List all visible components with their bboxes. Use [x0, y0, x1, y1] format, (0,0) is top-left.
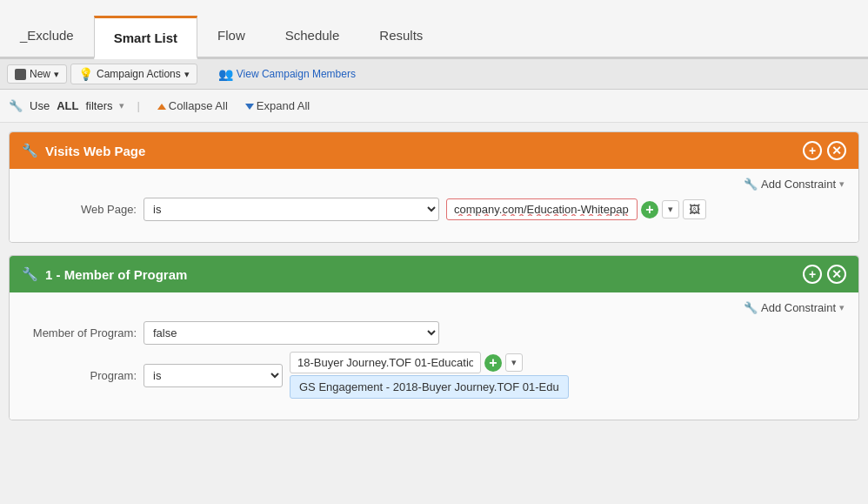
- add-constraint-icon-member: 🔧: [744, 301, 758, 314]
- campaign-actions-button[interactable]: 💡 Campaign Actions ▾: [70, 64, 197, 84]
- program-row: Program: is + ▾ GS Engagement - 2018-Buy…: [23, 352, 845, 399]
- campaign-actions-dropdown: ▾: [184, 69, 190, 80]
- add-constraint-label-visits: Add Constraint: [761, 178, 836, 191]
- section-title-member: 1 - Member of Program: [45, 267, 187, 282]
- filter-wrench-icon: 🔧: [9, 99, 23, 112]
- section-member-of-program: 🔧 1 - Member of Program + ✕ 🔧 Add Constr…: [9, 255, 859, 420]
- section-visits-web-page: 🔧 Visits Web Page + ✕ 🔧 Add Constraint ▾…: [9, 131, 859, 243]
- web-page-value-dropdown[interactable]: ▾: [662, 200, 679, 218]
- section-close-button-visits[interactable]: ✕: [827, 141, 846, 160]
- bulb-icon: 💡: [78, 67, 93, 81]
- section-header-visits: 🔧 Visits Web Page + ✕: [10, 132, 858, 169]
- program-value-dropdown[interactable]: ▾: [505, 353, 523, 372]
- tab-schedule[interactable]: Schedule: [265, 13, 360, 57]
- filter-dropdown-arrow[interactable]: ▾: [119, 100, 124, 111]
- filter-separator: |: [137, 99, 139, 112]
- section-body-visits: 🔧 Add Constraint ▾ Web Page: is + ▾ 🖼: [10, 169, 858, 242]
- expand-all-label: Expand All: [257, 99, 310, 112]
- program-operator-select[interactable]: is: [144, 364, 283, 387]
- web-page-row: Web Page: is + ▾ 🖼: [23, 198, 845, 221]
- add-constraint-member[interactable]: 🔧 Add Constraint ▾: [23, 301, 845, 314]
- web-page-value-input[interactable]: [446, 198, 638, 220]
- visits-web-page-icon: 🔧: [22, 143, 38, 158]
- section-title-area-member: 🔧 1 - Member of Program: [22, 266, 187, 282]
- new-icon: [15, 69, 26, 80]
- tab-flow[interactable]: Flow: [197, 13, 265, 57]
- section-add-button-visits[interactable]: +: [803, 141, 822, 160]
- new-button[interactable]: New ▾: [7, 64, 67, 84]
- web-page-value-field: + ▾ 🖼: [446, 198, 706, 220]
- filter-use-label: Use: [30, 99, 50, 112]
- tab-results[interactable]: Results: [359, 13, 443, 57]
- program-value-field: + ▾: [290, 352, 569, 373]
- section-title-visits: Visits Web Page: [45, 144, 145, 158]
- campaign-actions-label: Campaign Actions: [97, 68, 181, 80]
- collapse-all-label: Collapse All: [169, 99, 228, 112]
- view-campaign-members-link[interactable]: 👥 View Campaign Members: [211, 64, 363, 84]
- web-page-image-button[interactable]: 🖼: [683, 199, 706, 219]
- program-value-input[interactable]: [290, 352, 481, 373]
- member-of-program-icon: 🔧: [22, 266, 38, 282]
- filter-filters-label: filters: [85, 99, 112, 112]
- web-page-add-value-button[interactable]: +: [641, 201, 658, 218]
- section-body-member: 🔧 Add Constraint ▾ Member of Program: fa…: [10, 292, 858, 420]
- program-suggestion[interactable]: GS Engagement - 2018-Buyer Journey.TOF 0…: [290, 375, 569, 399]
- add-constraint-arrow-visits: ▾: [839, 178, 845, 190]
- program-label: Program:: [23, 369, 137, 382]
- member-of-program-operator-select[interactable]: false: [144, 321, 439, 345]
- new-label: New: [30, 68, 50, 80]
- tab-exclude[interactable]: _Exclude: [0, 13, 94, 57]
- section-header-member: 🔧 1 - Member of Program + ✕: [10, 256, 858, 292]
- expand-all-button[interactable]: Expand All: [240, 97, 315, 114]
- add-constraint-arrow-member: ▾: [839, 302, 845, 313]
- section-controls-visits: + ✕: [803, 141, 846, 160]
- section-close-button-member[interactable]: ✕: [827, 265, 846, 284]
- member-of-program-row: Member of Program: false: [23, 321, 845, 345]
- new-dropdown-arrow: ▾: [54, 69, 59, 80]
- section-controls-member: + ✕: [803, 265, 846, 284]
- add-constraint-visits[interactable]: 🔧 Add Constraint ▾: [23, 178, 845, 191]
- tab-smartlist[interactable]: Smart List: [94, 16, 197, 59]
- top-nav: _Exclude Smart List Flow Schedule Result…: [0, 0, 868, 59]
- collapse-icon: [157, 99, 166, 112]
- collapse-all-button[interactable]: Collapse All: [152, 97, 233, 114]
- members-icon: 👥: [218, 67, 233, 81]
- section-title-area: 🔧 Visits Web Page: [22, 143, 145, 158]
- filter-all-label: ALL: [57, 99, 78, 112]
- toolbar: New ▾ 💡 Campaign Actions ▾ 👥 View Campai…: [0, 59, 868, 90]
- view-campaign-label: View Campaign Members: [237, 68, 356, 80]
- web-page-operator-select[interactable]: is: [144, 198, 439, 221]
- program-value-container: + ▾ GS Engagement - 2018-Buyer Journey.T…: [290, 352, 569, 399]
- filter-bar: 🔧 Use ALL filters ▾ | Collapse All Expan…: [0, 90, 868, 123]
- add-constraint-label-member: Add Constraint: [761, 301, 836, 314]
- expand-icon: [245, 99, 254, 112]
- program-add-value-button[interactable]: +: [484, 354, 502, 372]
- member-of-program-label: Member of Program:: [23, 326, 137, 339]
- add-constraint-icon-visits: 🔧: [744, 178, 758, 191]
- section-add-button-member[interactable]: +: [803, 265, 822, 284]
- main-content: 🔧 Visits Web Page + ✕ 🔧 Add Constraint ▾…: [0, 123, 868, 504]
- web-page-label: Web Page:: [23, 203, 137, 216]
